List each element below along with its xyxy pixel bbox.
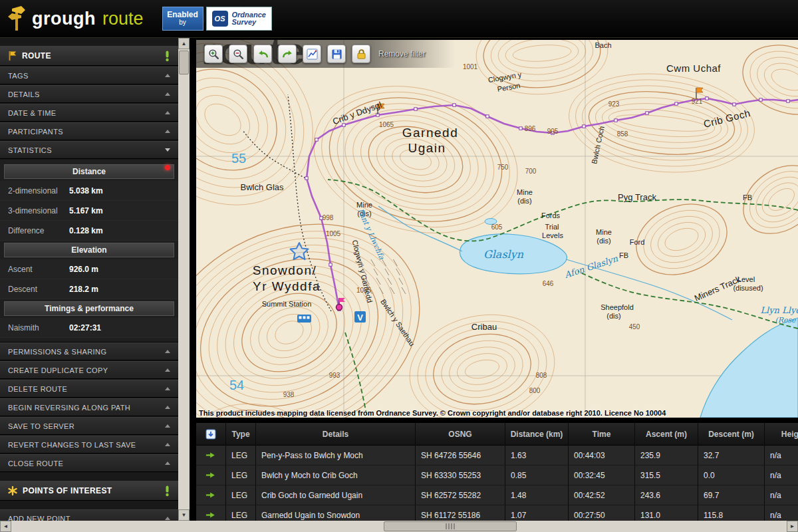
chevron-up-icon: [165, 517, 170, 520]
sidebar-item-label: BEGIN REVERSING ALONG PATH: [8, 404, 160, 412]
col-header-ascent[interactable]: Ascent (m): [635, 423, 698, 446]
cell-time: 00:42:52: [569, 485, 635, 505]
stat-label: Naismith: [8, 323, 69, 332]
enabled-by-line2: by: [179, 19, 186, 27]
horizontal-scrollbar-track[interactable]: [517, 521, 787, 532]
table-row[interactable]: LEGBwlch y Moch to Crib GochSH 63330 552…: [196, 466, 798, 485]
lock-icon: [355, 48, 368, 61]
ordnance-survey-logo: OS Ordnance Survey: [206, 7, 272, 31]
horizontal-scrollbar-thumb[interactable]: [384, 521, 517, 531]
stat-row-naismith: Naismith02:27:31: [0, 318, 178, 338]
col-header-type[interactable]: Type: [226, 423, 256, 446]
redo-arrow-icon: [281, 48, 294, 61]
col-header-time[interactable]: Time: [569, 423, 635, 446]
table-row[interactable]: LEGGarnedd Ugain to SnowdonSH 61172 5518…: [196, 505, 798, 521]
map-viewport[interactable]: V BachCwm UchafClogwyn yPersonCrib y Ddy…: [196, 40, 798, 418]
stats-group-distance: Distance: [4, 164, 174, 179]
undo-button[interactable]: [253, 45, 272, 63]
cell-distance: 0.85: [505, 466, 569, 485]
sidebar-item-close-route[interactable]: CLOSE ROUTE: [0, 454, 178, 472]
sidebar-scrollbar-thumb[interactable]: [179, 51, 189, 74]
sidebar-gap: [0, 501, 178, 509]
horizontal-scrollbar[interactable]: ◄ ►: [0, 521, 798, 532]
stat-label: 3-dimensional: [8, 206, 69, 215]
cell-height: n/a: [765, 446, 798, 466]
sidebar-item-delete-route[interactable]: DELETE ROUTE: [0, 380, 178, 398]
save-button[interactable]: [327, 45, 346, 63]
chevron-down-icon: [165, 148, 170, 152]
table-row[interactable]: LEGPen-y-Pass to Bwlch y MochSH 64726 55…: [196, 446, 798, 466]
lock-button[interactable]: [352, 45, 370, 63]
section-indicator-icon: [164, 51, 170, 62]
col-header-details[interactable]: Details: [256, 423, 416, 446]
brand-name-secondary: route: [102, 9, 144, 29]
sidebar-item-label: DETAILS: [8, 90, 160, 98]
col-header-height[interactable]: Height (m): [765, 423, 798, 446]
sidebar-item-statistics[interactable]: STATISTICS: [0, 141, 178, 159]
cell-height: n/a: [765, 505, 798, 521]
sidebar-item-begin-reversing-along-path[interactable]: BEGIN REVERSING ALONG PATH: [0, 398, 178, 416]
col-header-osng[interactable]: OSNG: [416, 423, 505, 446]
chevron-up-icon: [165, 74, 170, 77]
sidebar-item-route[interactable]: ROUTE: [0, 46, 178, 66]
stat-row-descent: Descent218.2 m: [0, 279, 178, 299]
zoom-out-button[interactable]: [229, 45, 247, 63]
cell-osng: SH 63330 55253: [416, 466, 505, 485]
scroll-right-button[interactable]: ►: [787, 521, 798, 532]
cell-descent: 0.0: [698, 466, 765, 485]
sidebar-item-revert-changes-to-last-save[interactable]: REVERT CHANGES TO LAST SAVE: [0, 436, 178, 454]
sidebar-item-date-time[interactable]: DATE & TIME: [0, 104, 178, 122]
col-header-descent[interactable]: Descent (m): [698, 423, 765, 446]
sidebar-item-label: STATISTICS: [8, 146, 160, 154]
sidebar-item-details[interactable]: DETAILS: [0, 85, 178, 103]
scroll-up-button[interactable]: ▲: [178, 38, 190, 49]
scroll-down-button[interactable]: ▼: [178, 509, 190, 521]
redo-button[interactable]: [278, 45, 297, 63]
cell-ascent: 235.9: [635, 446, 698, 466]
stat-value: 926.0 m: [69, 265, 98, 274]
sidebar-item-tags[interactable]: TAGS: [0, 66, 178, 84]
col-header-distance[interactable]: Distance (km): [505, 423, 569, 446]
railway-station-icon: [297, 315, 311, 323]
chevron-up-icon: [165, 443, 170, 446]
sidebar-scrollbar-track[interactable]: [178, 76, 190, 509]
horizontal-scrollbar-track[interactable]: [11, 521, 384, 532]
sidebar-gap: [0, 473, 178, 481]
sidebar-item-create-duplicate-copy[interactable]: CREATE DUPLICATE COPY: [0, 361, 178, 379]
remove-filter-button[interactable]: Remove filter: [378, 49, 426, 59]
sidebar-item-save-to-server[interactable]: SAVE TO SERVER: [0, 417, 178, 435]
cell-osng: SH 64726 55646: [416, 446, 505, 466]
brand-logo[interactable]: groughroute: [7, 5, 144, 32]
section-indicator-icon: [164, 485, 170, 497]
chevron-up-icon: [165, 111, 170, 114]
zoom-in-button[interactable]: [204, 45, 223, 63]
cell-osng: SH 62572 55282: [416, 485, 505, 505]
stat-row-2-dimensional: 2-dimensional5.038 km: [0, 181, 178, 201]
cell-ascent: 315.5: [635, 466, 698, 485]
sidebar-item-permissions-sharing[interactable]: PERMISSIONS & SHARING: [0, 342, 178, 360]
elevation-chart-button[interactable]: [303, 45, 321, 63]
chevron-up-icon: [165, 350, 170, 353]
table-icon: [205, 429, 216, 440]
sidebar-item-participants[interactable]: PARTICIPANTS: [0, 122, 178, 140]
stats-group-elevation: Elevation: [4, 243, 174, 257]
cell-details: Garnedd Ugain to Snowdon: [256, 505, 416, 521]
header: route groughroute Enabled by OS Ordnance…: [0, 0, 798, 38]
map-toolbar: Remove filter: [204, 45, 426, 63]
cell-distance: 1.48: [505, 485, 569, 505]
sidebar-item-points-of-interest[interactable]: POINTS OF INTEREST: [0, 481, 178, 501]
col-header-icon[interactable]: [196, 423, 226, 446]
cell-height: n/a: [765, 485, 798, 505]
chevron-up-icon: [165, 462, 170, 465]
cell-type: LEG: [226, 446, 256, 466]
stat-value: 5.167 km: [69, 206, 103, 215]
stat-value: 02:27:31: [69, 323, 101, 332]
enabled-by-line1: Enabled: [167, 11, 198, 19]
cell-distance: 1.07: [505, 505, 569, 521]
sidebar-item-label: SAVE TO SERVER: [8, 422, 160, 430]
os-logo-line2: Survey: [232, 19, 266, 26]
table-row[interactable]: LEGCrib Goch to Garnedd UgainSH 62572 55…: [196, 485, 798, 505]
leg-arrow-icon: [205, 471, 216, 479]
scroll-left-button[interactable]: ◄: [0, 521, 11, 532]
sidebar-scrollbar[interactable]: ▲ ▼: [178, 38, 190, 521]
